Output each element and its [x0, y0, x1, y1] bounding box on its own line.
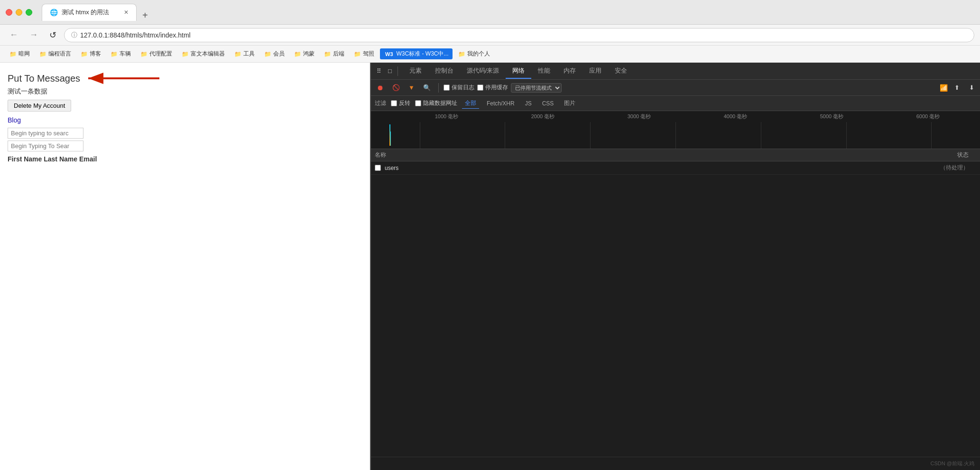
preserve-log-checkbox[interactable]: 保留日志 — [444, 84, 474, 92]
tab-console[interactable]: 控制台 — [428, 64, 460, 79]
invert-checkbox[interactable]: 反转 — [391, 99, 410, 107]
red-arrow — [86, 70, 162, 86]
bookmark-item-proxy[interactable]: 📁 代理配置 — [137, 48, 176, 59]
row-checkbox[interactable] — [375, 165, 381, 171]
search-input-2[interactable] — [8, 141, 83, 151]
bookmark-item-programming[interactable]: 📁 编程语言 — [36, 48, 75, 59]
devtools-tabs: 元素 控制台 源代码/来源 网络 性能 内存 — [403, 64, 634, 79]
devtools-inspect-icon[interactable]: □ — [385, 66, 395, 76]
forward-button[interactable]: → — [26, 28, 42, 42]
bookmark-label: 后端 — [333, 50, 344, 58]
tab-close-button[interactable]: ✕ — [124, 9, 129, 16]
traffic-lights — [6, 9, 32, 16]
devtools-filter-row: 过滤 反转 隐藏数据网址 全部 Fetch/XHR JS CSS 图片 — [371, 96, 980, 111]
filter-toggle-button[interactable]: ▼ — [406, 83, 417, 93]
folder-icon: 📁 — [9, 51, 17, 57]
title-bar: 🌐 测试 htmx 的用法 ✕ + — [0, 0, 980, 25]
tab-performance[interactable]: 性能 — [531, 64, 557, 79]
throttle-select[interactable]: 已停用节流模式 — [511, 83, 562, 93]
delete-account-button[interactable]: Delete My Account — [8, 100, 71, 112]
timeline-label-6: 6000 毫秒 — [880, 113, 976, 120]
bookmark-label: 编程语言 — [48, 50, 71, 58]
devtools-net-toolbar: ⏺ 🚫 ▼ 🔍 保留日志 停用缓存 已停用节流模式 📶 — [371, 80, 980, 96]
search-button[interactable]: 🔍 — [420, 83, 434, 93]
footer-watermark: CSDN @前端.火鸡 — [931, 460, 974, 467]
back-button[interactable]: ← — [6, 28, 22, 42]
maximize-window-button[interactable] — [26, 9, 32, 16]
table-row[interactable]: users （待处理） — [371, 161, 980, 175]
folder-icon: 📁 — [264, 51, 271, 57]
clear-button[interactable]: 🚫 — [389, 83, 403, 93]
tab-application[interactable]: 应用 — [582, 64, 608, 79]
address-bar-security-icon: ⓘ — [71, 31, 77, 39]
upload-button[interactable]: ⬆ — [952, 83, 962, 93]
filter-all-button[interactable]: 全部 — [462, 98, 479, 109]
webpage-content: Put To Messages 测试一条数据 Delete My Account… — [0, 63, 370, 470]
filter-css-button[interactable]: CSS — [539, 99, 557, 108]
net-table-header: 名称 状态 — [371, 149, 980, 161]
put-to-messages-text: Put To Messages — [8, 73, 80, 84]
close-window-button[interactable] — [6, 9, 12, 16]
bookmark-item-member[interactable]: 📁 会员 — [260, 48, 288, 59]
folder-icon: 📁 — [294, 51, 301, 57]
devtools-footer: CSDN @前端.火鸡 — [371, 457, 980, 470]
bookmark-item-w3c[interactable]: W3 W3C标准 - W3C中... — [380, 48, 453, 59]
net-col-name-header: 名称 — [375, 151, 910, 159]
timeline-label-5: 5000 毫秒 — [784, 113, 880, 120]
devtools-device-icon[interactable]: ⠿ — [374, 66, 384, 76]
timeline-label-3: 3000 毫秒 — [591, 113, 687, 120]
tab-network[interactable]: 网络 — [506, 64, 531, 79]
tab-elements[interactable]: 元素 — [403, 64, 428, 79]
address-bar-url: 127.0.0.1:8848/htmls/htmx/index.html — [80, 31, 191, 39]
folder-icon: 📁 — [140, 51, 148, 57]
filter-img-button[interactable]: 图片 — [561, 98, 578, 108]
bookmark-item-harmonyos[interactable]: 📁 鸿蒙 — [290, 48, 318, 59]
bookmark-item-tools[interactable]: 📁 工具 — [231, 48, 259, 59]
bookmark-label: 代理配置 — [149, 50, 172, 58]
address-bar[interactable]: ⓘ 127.0.0.1:8848/htmls/htmx/index.html — [64, 28, 974, 42]
bookmark-item-license[interactable]: 📁 驾照 — [350, 48, 378, 59]
browser-frame: 🌐 测试 htmx 的用法 ✕ + ← → ↺ ⓘ 127.0.0.1:8848… — [0, 0, 980, 470]
bookmark-item-blog[interactable]: 📁 博客 — [77, 48, 105, 59]
bookmark-label: 富文本编辑器 — [191, 50, 225, 58]
disable-cache-checkbox[interactable]: 停用缓存 — [477, 84, 508, 92]
refresh-button[interactable]: ↺ — [46, 28, 60, 42]
tab-security[interactable]: 安全 — [608, 64, 634, 79]
search-input-1[interactable] — [8, 128, 83, 139]
bookmark-label: 暗网 — [18, 50, 30, 58]
upload-download-area: 📶 ⬆ ⬇ — [940, 83, 977, 93]
bookmark-label: 博客 — [90, 50, 101, 58]
bookmark-label: 驾照 — [363, 50, 374, 58]
folder-icon: 📁 — [182, 51, 189, 57]
tab-sources[interactable]: 源代码/来源 — [460, 64, 506, 79]
filter-js-button[interactable]: JS — [522, 99, 535, 108]
bookmark-label: 会员 — [273, 50, 285, 58]
filter-fetch-xhr-button[interactable]: Fetch/XHR — [484, 99, 518, 108]
devtools-net-table: users （待处理） — [371, 161, 980, 457]
nav-bar: ← → ↺ ⓘ 127.0.0.1:8848/htmls/htmx/index.… — [0, 25, 980, 46]
folder-icon: 📁 — [234, 51, 241, 57]
bookmark-item-darkweb[interactable]: 📁 暗网 — [6, 48, 34, 59]
bookmark-item-rich-text[interactable]: 📁 富文本编辑器 — [178, 48, 229, 59]
put-to-messages-section: Put To Messages — [8, 70, 362, 86]
filter-label: 过滤 — [375, 99, 386, 107]
net-toolbar-separator — [438, 83, 439, 93]
test-data-text: 测试一条数据 — [8, 87, 362, 96]
tab-favicon: 🌐 — [50, 9, 58, 16]
tab-memory[interactable]: 内存 — [557, 64, 582, 79]
minimize-window-button[interactable] — [16, 9, 22, 16]
row-name: users — [385, 165, 910, 171]
folder-icon: 📁 — [324, 51, 331, 57]
new-tab-button[interactable]: + — [137, 10, 154, 21]
bookmark-w3-icon: W3 — [384, 51, 395, 57]
bookmark-item-vehicle[interactable]: 📁 车辆 — [107, 48, 135, 59]
record-button[interactable]: ⏺ — [374, 82, 387, 93]
download-button[interactable]: ⬇ — [966, 83, 977, 93]
browser-tab-active[interactable]: 🌐 测试 htmx 的用法 ✕ — [42, 4, 137, 21]
bookmark-item-backend[interactable]: 📁 后端 — [320, 48, 348, 59]
bookmark-item-personal[interactable]: 📁 我的个人 — [454, 48, 494, 59]
hide-data-url-checkbox[interactable]: 隐藏数据网址 — [415, 99, 457, 107]
blog-link[interactable]: Blog — [8, 116, 362, 124]
tab-bar: 🌐 测试 htmx 的用法 ✕ + — [42, 4, 974, 21]
bookmark-label: 工具 — [243, 50, 255, 58]
